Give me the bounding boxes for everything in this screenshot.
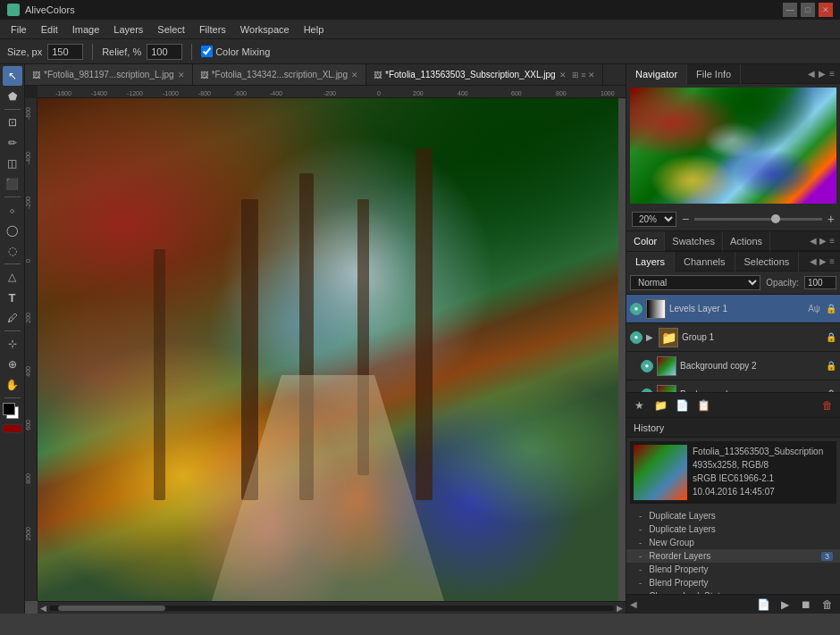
- tab-2[interactable]: 🖼 *Fotolia_134342...scription_XL.jpg ✕: [193, 64, 366, 86]
- layer-group1[interactable]: ▶ 📁 Group 1 🔒: [626, 323, 840, 352]
- color-mixing-checkbox[interactable]: [201, 46, 213, 57]
- visibility-levels[interactable]: [630, 303, 643, 315]
- color-arrow-left[interactable]: ◀: [810, 236, 817, 246]
- layers-tab[interactable]: Layers: [626, 252, 675, 272]
- color-menu-btn[interactable]: ≡: [829, 236, 835, 246]
- history-item-4[interactable]: Blend Property: [626, 563, 840, 576]
- history-delete-btn[interactable]: 🗑: [819, 597, 836, 613]
- layer-levels[interactable]: Levels Layer 1 Aψ 🔒: [626, 295, 840, 323]
- canvas-area[interactable]: -1600 -1400 -1200 -1000 -800 -600 -400 -…: [25, 86, 626, 614]
- add-layer-btn[interactable]: ★: [630, 397, 648, 414]
- tab-1[interactable]: 🖼 *Fotolia_981197...scription_L.jpg ✕: [25, 64, 193, 86]
- opacity-input[interactable]: [804, 276, 836, 289]
- layer-bg-copy2[interactable]: Background copy 2 🔒: [626, 352, 840, 380]
- menu-workspace[interactable]: Workspace: [233, 22, 297, 37]
- zoom-thumb[interactable]: [771, 214, 780, 223]
- brush-tool-btn[interactable]: ✏: [3, 133, 22, 153]
- navigator-tab[interactable]: Navigator: [626, 64, 687, 84]
- lasso-tool-btn[interactable]: ⬟: [3, 87, 22, 106]
- scroll-left-btn[interactable]: ◀: [38, 604, 49, 613]
- eraser-tool-btn[interactable]: ◫: [3, 154, 22, 173]
- blend-mode-select[interactable]: Normal Multiply Screen: [630, 275, 760, 290]
- add-folder-btn[interactable]: 📁: [651, 397, 669, 414]
- panel-arrow-left[interactable]: ◀: [808, 69, 815, 79]
- zoom-tool-btn[interactable]: ⊕: [3, 355, 22, 374]
- color-arrow-right[interactable]: ▶: [819, 236, 827, 246]
- file-info-tab[interactable]: File Info: [687, 64, 741, 84]
- layer-file-btn[interactable]: 📋: [694, 397, 712, 414]
- history-item-2[interactable]: New Group: [626, 536, 840, 549]
- actions-tab[interactable]: Actions: [723, 231, 770, 251]
- color-swatch[interactable]: [3, 424, 22, 433]
- channels-tab[interactable]: Channels: [675, 252, 735, 272]
- text-tool-btn[interactable]: T: [3, 288, 22, 307]
- fill-tool-btn[interactable]: ⬛: [3, 174, 22, 194]
- tab-2-close[interactable]: ✕: [351, 71, 358, 79]
- crop-tool-btn[interactable]: ⊡: [3, 113, 22, 132]
- color-tab[interactable]: Color: [626, 231, 665, 251]
- menu-file[interactable]: File: [4, 22, 34, 37]
- scroll-thumb[interactable]: [58, 606, 165, 611]
- swatches-tab[interactable]: Swatches: [665, 231, 723, 251]
- gradient-tool-btn[interactable]: ⬦: [3, 200, 22, 220]
- maximize-button[interactable]: □: [801, 3, 815, 17]
- duplicate-layer-btn[interactable]: 📄: [673, 397, 691, 414]
- layer-lock-group1[interactable]: 🔒: [826, 332, 836, 342]
- panel-menu-btn[interactable]: ≡: [829, 69, 835, 79]
- panel-arrow-right[interactable]: ▶: [819, 69, 826, 79]
- tab-3[interactable]: 🖼 *Fotolia_113563503_Subscription_XXL.jp…: [366, 64, 603, 86]
- history-thumbnail: [634, 445, 687, 500]
- layer-lock-levels[interactable]: 🔒: [826, 304, 836, 313]
- zoom-plus-btn[interactable]: +: [827, 212, 835, 226]
- history-item-1[interactable]: Duplicate Layers: [626, 522, 840, 536]
- eyedropper-tool-btn[interactable]: ⊹: [3, 334, 22, 354]
- canvas-image[interactable]: [38, 98, 618, 601]
- layers-arrow-left[interactable]: ◀: [810, 256, 817, 266]
- tab-1-close[interactable]: ✕: [178, 71, 185, 79]
- scroll-track[interactable]: [49, 606, 614, 611]
- history-prev-btn[interactable]: ◀: [630, 599, 637, 609]
- color-boxes[interactable]: [3, 403, 22, 422]
- layers-menu-btn[interactable]: ≡: [829, 256, 835, 266]
- color-mixing-label[interactable]: Color Mixing: [201, 46, 270, 57]
- history-item-0[interactable]: Duplicate Layers: [626, 509, 840, 522]
- scroll-right-btn[interactable]: ▶: [614, 604, 626, 613]
- fg-color-box[interactable]: [3, 403, 15, 415]
- layer-lock-bg-copy2[interactable]: 🔒: [826, 361, 836, 371]
- zoom-select[interactable]: 20% 10% 50% 100%: [632, 212, 676, 227]
- transform-tool-btn[interactable]: △: [3, 267, 22, 287]
- zoom-minus-btn[interactable]: −: [682, 212, 689, 226]
- tab-3-close[interactable]: ✕: [559, 71, 567, 79]
- history-item-3[interactable]: Reorder Layers 3: [626, 549, 840, 563]
- selections-tab[interactable]: Selections: [735, 252, 800, 272]
- menu-image[interactable]: Image: [65, 22, 107, 37]
- history-play-btn[interactable]: ▶: [776, 597, 794, 613]
- relief-input[interactable]: [147, 44, 182, 60]
- navigator-preview[interactable]: [630, 88, 836, 204]
- select-tool-btn[interactable]: ↖: [3, 66, 22, 86]
- window-controls[interactable]: — □ ✕: [783, 3, 833, 17]
- size-input[interactable]: [47, 44, 83, 60]
- close-button[interactable]: ✕: [819, 3, 833, 17]
- menu-edit[interactable]: Edit: [34, 22, 65, 37]
- history-new-btn[interactable]: 📄: [754, 597, 772, 613]
- zoom-slider[interactable]: [694, 218, 822, 221]
- group-expand-icon[interactable]: ▶: [646, 332, 655, 342]
- menu-select[interactable]: Select: [150, 22, 192, 37]
- pen-tool-btn[interactable]: 🖊: [3, 308, 22, 328]
- history-stop-btn[interactable]: ⏹: [797, 597, 815, 613]
- layer-bg-copy[interactable]: Background copy 🔒: [626, 380, 840, 392]
- history-item-5[interactable]: Blend Property: [626, 576, 840, 589]
- hand-tool-btn[interactable]: ✋: [3, 375, 22, 395]
- canvas-hscrollbar[interactable]: ◀ ▶: [38, 601, 626, 614]
- menu-filters[interactable]: Filters: [192, 22, 233, 37]
- visibility-group1[interactable]: [630, 331, 643, 344]
- dodge-tool-btn[interactable]: ◯: [3, 221, 22, 240]
- menu-help[interactable]: Help: [297, 22, 332, 37]
- minimize-button[interactable]: —: [783, 3, 797, 17]
- delete-layer-btn[interactable]: 🗑: [819, 397, 836, 414]
- menu-layers[interactable]: Layers: [106, 22, 150, 37]
- blur-tool-btn[interactable]: ◌: [3, 241, 22, 261]
- visibility-bg-copy2[interactable]: [641, 360, 653, 372]
- layers-arrow-right[interactable]: ▶: [819, 256, 827, 266]
